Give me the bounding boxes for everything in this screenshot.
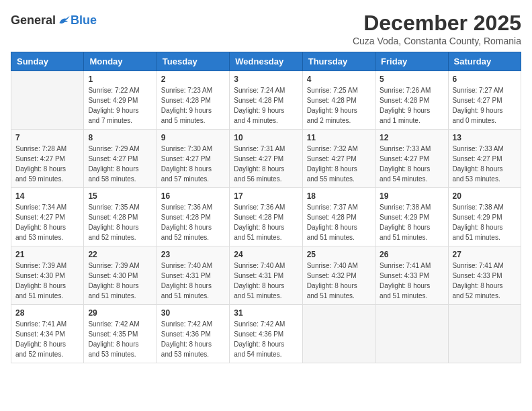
calendar-cell: 19Sunrise: 7:38 AM Sunset: 4:29 PM Dayli… (375, 188, 448, 246)
calendar-header-row: SundayMondayTuesdayWednesdayThursdayFrid… (11, 52, 521, 71)
logo-blue-text: Blue (71, 13, 97, 28)
day-info: Sunrise: 7:40 AM Sunset: 4:31 PM Dayligh… (234, 261, 298, 301)
calendar-cell: 9Sunrise: 7:30 AM Sunset: 4:27 PM Daylig… (157, 130, 229, 188)
calendar-cell: 27Sunrise: 7:41 AM Sunset: 4:33 PM Dayli… (448, 246, 521, 305)
day-number: 18 (307, 191, 371, 201)
day-info: Sunrise: 7:28 AM Sunset: 4:27 PM Dayligh… (15, 144, 79, 184)
calendar-cell: 14Sunrise: 7:34 AM Sunset: 4:27 PM Dayli… (11, 188, 84, 246)
day-info: Sunrise: 7:29 AM Sunset: 4:27 PM Dayligh… (88, 144, 152, 184)
calendar-cell: 13Sunrise: 7:33 AM Sunset: 4:27 PM Dayli… (448, 130, 521, 188)
calendar-cell: 28Sunrise: 7:41 AM Sunset: 4:34 PM Dayli… (11, 305, 84, 363)
day-info: Sunrise: 7:33 AM Sunset: 4:27 PM Dayligh… (453, 144, 517, 184)
day-number: 10 (234, 133, 298, 142)
page-header: General Blue December 2025 Cuza Voda, Co… (11, 11, 521, 46)
calendar-cell: 31Sunrise: 7:42 AM Sunset: 4:36 PM Dayli… (230, 305, 302, 363)
day-info: Sunrise: 7:41 AM Sunset: 4:33 PM Dayligh… (453, 261, 517, 301)
calendar-cell: 17Sunrise: 7:36 AM Sunset: 4:28 PM Dayli… (230, 188, 302, 246)
calendar-cell: 2Sunrise: 7:23 AM Sunset: 4:28 PM Daylig… (157, 71, 229, 130)
day-info: Sunrise: 7:38 AM Sunset: 4:29 PM Dayligh… (380, 202, 443, 242)
day-info: Sunrise: 7:39 AM Sunset: 4:30 PM Dayligh… (15, 261, 79, 301)
calendar-cell: 20Sunrise: 7:38 AM Sunset: 4:29 PM Dayli… (448, 188, 521, 246)
calendar-cell: 21Sunrise: 7:39 AM Sunset: 4:30 PM Dayli… (11, 246, 84, 305)
calendar-cell (11, 71, 84, 130)
day-info: Sunrise: 7:42 AM Sunset: 4:35 PM Dayligh… (88, 319, 152, 359)
calendar-header-tuesday: Tuesday (157, 52, 229, 71)
day-info: Sunrise: 7:42 AM Sunset: 4:36 PM Dayligh… (161, 319, 225, 359)
day-number: 4 (307, 75, 371, 84)
day-info: Sunrise: 7:30 AM Sunset: 4:27 PM Dayligh… (161, 144, 225, 184)
day-number: 27 (453, 250, 517, 259)
calendar-cell: 16Sunrise: 7:36 AM Sunset: 4:28 PM Dayli… (157, 188, 229, 246)
day-number: 24 (234, 250, 298, 259)
day-info: Sunrise: 7:25 AM Sunset: 4:28 PM Dayligh… (307, 85, 371, 126)
calendar-cell: 25Sunrise: 7:40 AM Sunset: 4:32 PM Dayli… (302, 246, 375, 305)
day-number: 25 (307, 250, 371, 259)
calendar-header-wednesday: Wednesday (230, 52, 302, 71)
day-number: 3 (234, 75, 298, 84)
day-number: 12 (380, 133, 443, 142)
day-info: Sunrise: 7:40 AM Sunset: 4:31 PM Dayligh… (161, 261, 225, 301)
day-info: Sunrise: 7:23 AM Sunset: 4:28 PM Dayligh… (161, 85, 225, 126)
day-number: 28 (15, 308, 79, 318)
day-info: Sunrise: 7:34 AM Sunset: 4:27 PM Dayligh… (15, 202, 79, 242)
calendar-cell: 23Sunrise: 7:40 AM Sunset: 4:31 PM Dayli… (157, 246, 229, 305)
location-subtitle: Cuza Voda, Constanta County, Romania (353, 36, 521, 46)
day-number: 13 (453, 133, 517, 142)
day-number: 20 (453, 191, 517, 201)
day-number: 6 (453, 75, 517, 84)
day-info: Sunrise: 7:32 AM Sunset: 4:27 PM Dayligh… (307, 144, 371, 184)
calendar-cell (448, 305, 521, 363)
logo: General Blue (11, 13, 97, 28)
day-info: Sunrise: 7:42 AM Sunset: 4:36 PM Dayligh… (234, 319, 298, 359)
calendar-header-thursday: Thursday (302, 52, 375, 71)
month-title: December 2025 (353, 11, 521, 36)
calendar-header-saturday: Saturday (448, 52, 521, 71)
calendar-week-3: 14Sunrise: 7:34 AM Sunset: 4:27 PM Dayli… (11, 188, 521, 246)
calendar-cell: 10Sunrise: 7:31 AM Sunset: 4:27 PM Dayli… (230, 130, 302, 188)
calendar-cell: 12Sunrise: 7:33 AM Sunset: 4:27 PM Dayli… (375, 130, 448, 188)
day-number: 21 (15, 250, 79, 259)
calendar-body: 1Sunrise: 7:22 AM Sunset: 4:29 PM Daylig… (11, 71, 521, 363)
calendar-week-4: 21Sunrise: 7:39 AM Sunset: 4:30 PM Dayli… (11, 246, 521, 305)
day-info: Sunrise: 7:40 AM Sunset: 4:32 PM Dayligh… (307, 261, 371, 301)
day-number: 17 (234, 191, 298, 201)
day-number: 31 (234, 308, 298, 318)
day-number: 1 (88, 75, 152, 84)
day-number: 30 (161, 308, 225, 318)
day-number: 19 (380, 191, 443, 201)
day-number: 5 (380, 75, 443, 84)
day-info: Sunrise: 7:27 AM Sunset: 4:27 PM Dayligh… (453, 85, 517, 126)
day-number: 7 (15, 133, 79, 142)
day-number: 26 (380, 250, 443, 259)
calendar-week-5: 28Sunrise: 7:41 AM Sunset: 4:34 PM Dayli… (11, 305, 521, 363)
calendar-cell: 22Sunrise: 7:39 AM Sunset: 4:30 PM Dayli… (84, 246, 157, 305)
day-info: Sunrise: 7:37 AM Sunset: 4:28 PM Dayligh… (307, 202, 371, 242)
day-info: Sunrise: 7:38 AM Sunset: 4:29 PM Dayligh… (453, 202, 517, 242)
day-number: 29 (88, 308, 152, 318)
calendar-cell: 29Sunrise: 7:42 AM Sunset: 4:35 PM Dayli… (84, 305, 157, 363)
calendar-cell: 7Sunrise: 7:28 AM Sunset: 4:27 PM Daylig… (11, 130, 84, 188)
day-number: 16 (161, 191, 225, 201)
day-info: Sunrise: 7:26 AM Sunset: 4:28 PM Dayligh… (380, 85, 443, 126)
day-info: Sunrise: 7:33 AM Sunset: 4:27 PM Dayligh… (380, 144, 443, 184)
day-info: Sunrise: 7:39 AM Sunset: 4:30 PM Dayligh… (88, 261, 152, 301)
calendar-cell: 26Sunrise: 7:41 AM Sunset: 4:33 PM Dayli… (375, 246, 448, 305)
calendar-week-2: 7Sunrise: 7:28 AM Sunset: 4:27 PM Daylig… (11, 130, 521, 188)
calendar-header-sunday: Sunday (11, 52, 84, 71)
day-number: 15 (88, 191, 152, 201)
calendar-cell: 3Sunrise: 7:24 AM Sunset: 4:28 PM Daylig… (230, 71, 302, 130)
calendar-header-friday: Friday (375, 52, 448, 71)
logo-bird-icon (57, 14, 71, 28)
day-info: Sunrise: 7:24 AM Sunset: 4:28 PM Dayligh… (234, 85, 298, 126)
day-info: Sunrise: 7:35 AM Sunset: 4:28 PM Dayligh… (88, 202, 152, 242)
logo-general-text: General (11, 13, 56, 28)
title-block: December 2025 Cuza Voda, Constanta Count… (353, 11, 521, 46)
day-number: 8 (88, 133, 152, 142)
calendar-cell: 8Sunrise: 7:29 AM Sunset: 4:27 PM Daylig… (84, 130, 157, 188)
calendar-cell: 5Sunrise: 7:26 AM Sunset: 4:28 PM Daylig… (375, 71, 448, 130)
calendar-week-1: 1Sunrise: 7:22 AM Sunset: 4:29 PM Daylig… (11, 71, 521, 130)
day-number: 22 (88, 250, 152, 259)
day-number: 11 (307, 133, 371, 142)
day-info: Sunrise: 7:31 AM Sunset: 4:27 PM Dayligh… (234, 144, 298, 184)
calendar-cell: 15Sunrise: 7:35 AM Sunset: 4:28 PM Dayli… (84, 188, 157, 246)
